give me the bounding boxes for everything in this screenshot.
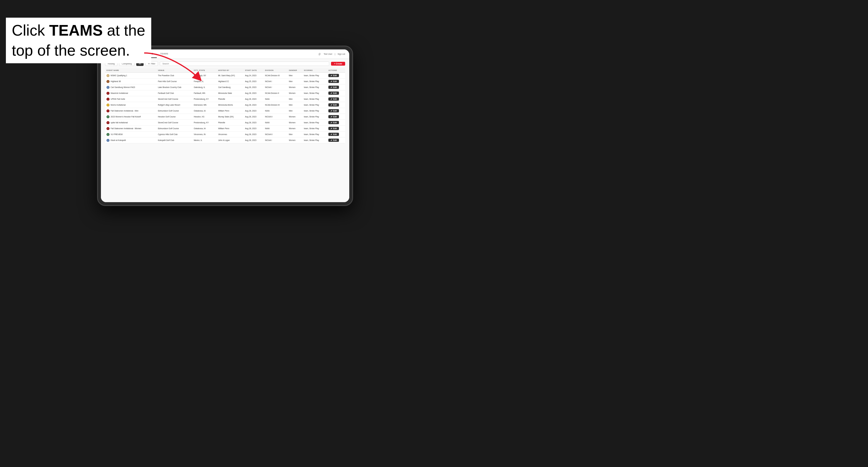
event-icon (106, 92, 110, 95)
event-icon (106, 115, 110, 118)
start-date-cell: Aug 28, 2023 (244, 114, 264, 120)
actions-cell: Edit (327, 126, 345, 131)
actions-cell: Edit (327, 85, 345, 90)
table-row: UPIKE Fall InviteStoneCrest Golf CourseP… (105, 96, 345, 102)
settings-icon[interactable] (318, 52, 321, 56)
start-date-cell: Aug 28, 2023 (244, 131, 264, 137)
tournaments-table: EVENT NAME VENUE CITY, STATE HOSTED BY S… (105, 68, 345, 143)
table-row: Fall Statesmen Invitational - MenEdmunds… (105, 108, 345, 114)
event-name: Klash at Kokopelli (111, 139, 126, 141)
event-icon (106, 98, 110, 101)
start-date-cell: Aug 28, 2023 (244, 90, 264, 96)
svg-point-15 (108, 110, 108, 111)
sign-out-link[interactable]: Sign out (338, 53, 345, 55)
svg-point-9 (108, 92, 108, 93)
event-name-cell: upike fall invitational (105, 120, 157, 126)
actions-cell: Edit (327, 108, 345, 114)
event-name: Morris Invitational (111, 104, 126, 106)
gender-cell: Women (287, 85, 303, 90)
division-cell: NAIA (264, 120, 287, 126)
event-name: Fall Statesmen Invitational - Women (111, 127, 141, 129)
edit-button[interactable]: Edit (329, 121, 339, 124)
col-venue: VENUE (157, 68, 192, 73)
venue-cell: StoneCrest Golf Course (157, 120, 192, 126)
edit-button[interactable]: Edit (329, 80, 339, 83)
hosted-by-cell: Minnesota State (217, 90, 243, 96)
instruction-text: Click TEAMS at thetop of the screen. (6, 18, 151, 63)
event-name: UPIKE Fall Invite (111, 98, 125, 100)
table-row: MSMC Qualifying 1The Powelton ClubNewbur… (105, 73, 345, 79)
table-row: VU PREVIEWCypress Hills Golf ClubVincenn… (105, 131, 345, 137)
start-date-cell: Aug 28, 2023 (244, 96, 264, 102)
edit-button[interactable]: Edit (329, 138, 339, 142)
scoring-cell: team, Stroke Play (303, 131, 327, 137)
edit-button[interactable]: Edit (329, 74, 339, 77)
division-cell: NAIA (264, 108, 287, 114)
tablet-frame: SCOREBOARD Powered by Clippit TOURNAMENT… (97, 45, 353, 206)
city-state-cell: Oskaloosa, IA (192, 108, 217, 114)
header-right: Test User | Sign out (318, 52, 345, 56)
edit-button[interactable]: Edit (329, 97, 339, 101)
start-date-cell: Aug 28, 2023 (244, 120, 264, 126)
division-cell: NICAA I (264, 85, 287, 90)
division-cell: NICAA I (264, 137, 287, 143)
event-name-cell: Klash at Kokopelli (105, 137, 157, 143)
edit-button[interactable]: Edit (329, 92, 339, 95)
hosted-by-cell: Pikeville (217, 120, 243, 126)
hosted-by-cell: William Penn (217, 108, 243, 114)
col-scoring: SCORING (303, 68, 327, 73)
edit-button[interactable]: Edit (329, 86, 339, 89)
svg-point-5 (108, 81, 108, 82)
actions-cell: Edit (327, 131, 345, 137)
event-name-cell: MSMC Qualifying 1 (105, 73, 157, 79)
start-date-cell: Aug 28, 2023 (244, 137, 264, 143)
event-name: Maverick Invitational (111, 92, 128, 94)
scoring-cell: team, Stroke Play (303, 120, 327, 126)
edit-button[interactable]: Edit (329, 127, 339, 130)
actions-cell: Edit (327, 120, 345, 126)
edit-button[interactable]: Edit (329, 103, 339, 106)
event-name-cell: Maverick Invitational (105, 90, 157, 96)
scoring-cell: team, Stroke Play (303, 102, 327, 108)
edit-button[interactable]: Edit (329, 115, 339, 118)
hosted-by-cell: Highland CC (217, 79, 243, 85)
header-separator: | (335, 53, 335, 55)
hosted-by-cell: Murray State (OK) (217, 114, 243, 120)
division-cell: NICAA II (264, 114, 287, 120)
tab-teams[interactable]: TEAMS (157, 50, 172, 58)
city-state-cell: Oskaloosa, IA (192, 126, 217, 131)
hosted-by-cell: Vincennes (217, 131, 243, 137)
edit-button[interactable]: Edit (329, 133, 339, 136)
svg-point-7 (108, 87, 108, 87)
search-input[interactable] (160, 62, 329, 66)
edit-button[interactable]: Edit (329, 109, 339, 113)
gender-cell: Women (287, 120, 303, 126)
scoring-cell: team, Stroke Play (303, 73, 327, 79)
event-icon (106, 86, 110, 89)
actions-cell: Edit (327, 79, 345, 85)
create-button[interactable]: + Create (331, 62, 345, 66)
city-state-cell: Vincennes, IN (192, 131, 217, 137)
city-state-cell: Marion, IL (192, 137, 217, 143)
venue-cell: Ruttger's Bay Lake Resort (157, 102, 192, 108)
svg-point-25 (108, 139, 108, 141)
actions-cell: Edit (327, 90, 345, 96)
start-date-cell: Aug 28, 2023 (244, 126, 264, 131)
hosted-by-cell: John A Logan (217, 137, 243, 143)
col-gender: GENDER (287, 68, 303, 73)
start-date-cell: Aug 25, 2023 (244, 79, 264, 85)
division-cell: NCAA Division III (264, 102, 287, 108)
content-area: Hosting Competing All ☰ Filter + Create … (101, 59, 349, 202)
event-icon (106, 74, 110, 77)
tablet-screen: SCOREBOARD Powered by Clippit TOURNAMENT… (101, 50, 349, 202)
division-cell: NCAA Division III (264, 73, 287, 79)
event-name: 2023 Women's Hesston Fall Kickoff (111, 116, 141, 118)
hosted-by-cell: Pikeville (217, 96, 243, 102)
division-cell: NAIA (264, 96, 287, 102)
gender-cell: Men (287, 73, 303, 79)
city-state-cell: Newburgh, NY (192, 73, 217, 79)
col-hosted-by: HOSTED BY (217, 68, 243, 73)
scoring-cell: team, Stroke Play (303, 126, 327, 131)
event-name-cell: Fall Statesmen Invitational - Women (105, 126, 157, 131)
event-icon (106, 121, 110, 124)
